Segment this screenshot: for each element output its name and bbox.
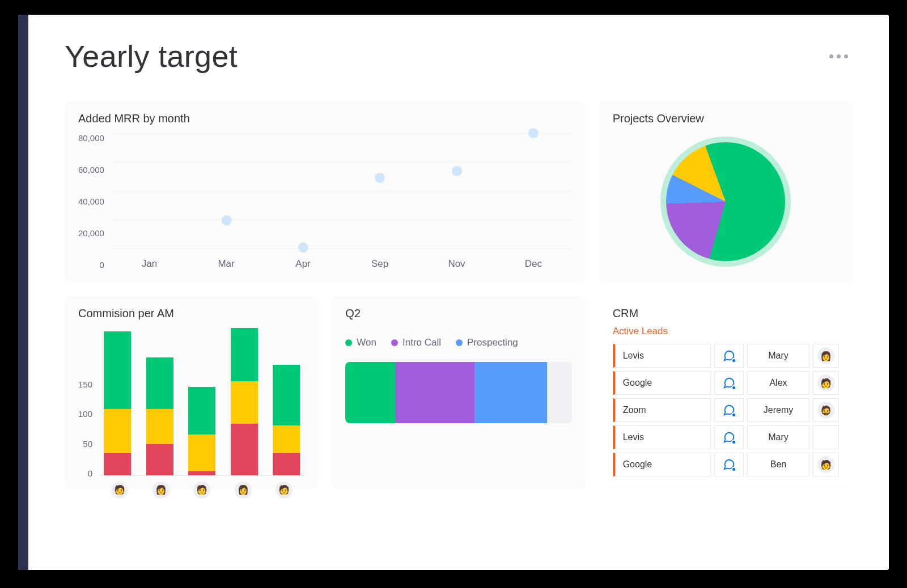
x-tick-label: Jan [111,258,188,270]
card-title: CRM [613,307,839,320]
avatar: 🧑 [817,456,834,473]
legend-label: Won [357,337,376,348]
chat-bubble-icon [723,431,735,444]
bar-segment [188,434,215,471]
progress-segment [345,362,395,423]
y-tick-label: 100 [78,409,92,439]
avatar: 🧑 [817,374,834,391]
x-tick-label: Dec [495,258,571,270]
crm-row[interactable]: GoogleBen🧑 [613,453,839,476]
dots-icon [837,54,841,58]
bar-segment [273,453,300,475]
crm-row[interactable]: LevisMary [613,425,839,449]
avatar[interactable]: 👩 [235,482,252,498]
more-options-button[interactable] [825,50,853,63]
bar-segment [104,409,131,453]
crm-row[interactable]: ZoomJeremy🧔 [613,398,839,422]
bar-segment [231,424,258,475]
crm-row[interactable]: LevisMary👩 [613,344,839,368]
legend-swatch [345,339,352,346]
chat-button[interactable] [714,453,744,476]
crm-company-cell[interactable]: Levis [613,344,711,368]
commission-y-axis: 150100500 [78,380,99,498]
legend-swatch [456,339,463,346]
card-title: Added MRR by month [78,112,572,125]
dashboard-grid: Added MRR by month 80,00060,00040,00020,… [65,101,853,549]
data-point[interactable] [222,215,232,225]
card-projects-overview: Projects Overview [599,101,853,282]
dots-icon [844,54,848,58]
chat-bubble-icon [723,350,735,362]
page-title: Yearly target [65,39,238,74]
data-point[interactable] [452,166,462,176]
data-point[interactable] [375,173,385,183]
x-tick-label: Sep [341,258,418,270]
bar[interactable] [231,328,258,475]
crm-subtitle: Active Leads [613,326,839,337]
card-q2: Q2 WonIntro CallProspecting [332,296,585,488]
x-tick-label: Nov [418,258,495,270]
crm-owner-cell[interactable]: Ben [747,453,809,476]
pie-halo [660,137,791,267]
crm-company-cell[interactable]: Google [613,453,711,476]
crm-avatar-cell[interactable]: 👩 [813,344,839,368]
title-bar: Yearly target [65,39,853,74]
crm-row[interactable]: GoogleAlex🧑 [613,371,839,395]
crm-avatar-cell[interactable]: 🧑 [813,453,839,476]
crm-owner-cell[interactable]: Jeremy [747,398,809,422]
card-commission: Commision per AM 150100500 🧑👩🧑👩🧑 [65,296,318,488]
data-point[interactable] [298,242,308,253]
chat-bubble-icon [723,458,735,471]
commission-avatars: 🧑👩🧑👩🧑 [99,476,304,498]
crm-avatar-cell[interactable]: 🧔 [813,398,839,422]
commission-bars [99,328,304,476]
q2-legend: WonIntro CallProspecting [345,337,571,348]
bar-segment [146,444,173,475]
crm-owner-cell[interactable]: Mary [747,344,809,368]
chat-button[interactable] [714,344,744,368]
bar-segment [146,409,173,444]
mrr-y-axis: 80,00060,00040,00020,0000 [78,133,111,270]
crm-company-cell[interactable]: Zoom [613,398,711,422]
x-tick-label: Apr [265,258,341,270]
page: Yearly target Added MRR by month 80,0006… [28,15,889,570]
progress-segment [395,362,474,423]
bar-segment [104,331,131,409]
bar[interactable] [104,331,131,475]
bar[interactable] [146,357,173,475]
y-tick-label: 50 [83,439,92,469]
avatar[interactable]: 🧑 [276,482,293,498]
chat-button[interactable] [714,398,744,422]
chat-button[interactable] [714,425,744,449]
mrr-plot-area [111,133,572,249]
crm-owner-cell[interactable]: Mary [747,425,809,449]
pie-chart [666,142,785,261]
legend-label: Prospecting [467,337,518,348]
bar[interactable] [188,387,215,475]
y-tick-label: 0 [88,468,92,498]
crm-avatar-cell[interactable] [813,425,839,449]
crm-company-cell[interactable]: Google [613,371,711,395]
avatar[interactable]: 👩 [152,482,169,498]
avatar: 🧔 [817,402,834,419]
crm-company-cell[interactable]: Levis [613,425,711,449]
bar-segment [231,328,258,381]
card-crm: CRM Active Leads LevisMary👩GoogleAlex🧑Zo… [599,296,853,488]
avatar[interactable]: 🧑 [193,482,210,498]
crm-avatar-cell[interactable]: 🧑 [813,371,839,395]
y-tick-label: 40,000 [78,197,104,206]
progress-segment [474,362,547,423]
bar-segment [188,387,215,435]
data-point[interactable] [528,128,539,138]
mrr-gridlines [112,133,572,249]
bar[interactable] [273,365,300,475]
bar-segment [273,365,300,425]
chat-button[interactable] [714,371,744,395]
bar-segment [104,453,131,475]
crm-owner-cell[interactable]: Alex [747,371,809,395]
avatar[interactable]: 🧑 [111,482,128,498]
chat-bubble-icon [723,404,735,416]
card-title: Commision per AM [78,307,304,320]
pie-wrap [613,133,839,270]
legend-swatch [391,339,398,346]
